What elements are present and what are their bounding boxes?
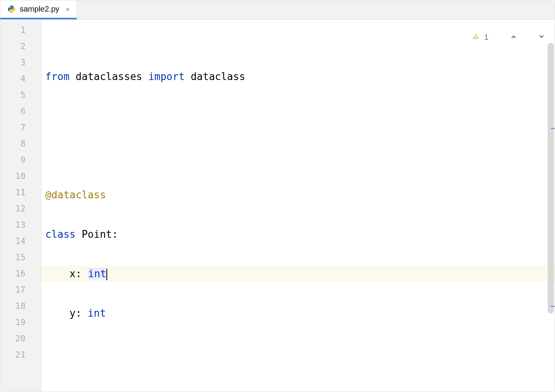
line-number: 4: [0, 71, 41, 87]
caret: [106, 269, 107, 280]
line-number: 18: [0, 298, 41, 314]
editor[interactable]: 1 2 3 4 5 6 7 8 9 10 11 12 13 14 15 16 1…: [0, 20, 555, 392]
chevron-up-icon[interactable]: [493, 24, 516, 51]
code-line[interactable]: [41, 384, 555, 392]
scrollbar-mark: [551, 128, 555, 129]
line-number: 10: [0, 168, 41, 184]
line-number: 5: [0, 87, 41, 103]
line-number: 16: [0, 266, 41, 282]
line-number: 7: [0, 119, 41, 136]
line-number: 3: [0, 55, 41, 71]
gutter: 1 2 3 4 5 6 7 8 9 10 11 12 13 14 15 16 1…: [0, 20, 41, 392]
line-number: 17: [0, 282, 41, 298]
line-number: 9: [0, 152, 41, 168]
line-number: 13: [0, 217, 41, 233]
line-number: 21: [0, 347, 41, 363]
tab-bar: sample2.py ×: [0, 0, 555, 20]
line-number: 19: [0, 314, 41, 331]
scrollbar[interactable]: [548, 43, 554, 376]
close-icon[interactable]: ×: [65, 5, 70, 13]
line-number: 6: [0, 103, 41, 119]
line-number: 1: [0, 22, 41, 38]
scrollbar-mark: [551, 306, 555, 307]
svg-rect-1: [475, 37, 476, 38]
scrollbar-thumb[interactable]: [548, 43, 554, 314]
line-number: 11: [0, 184, 41, 201]
line-number: 15: [0, 249, 41, 266]
line-number: 8: [0, 136, 41, 152]
line-number: 12: [0, 201, 41, 217]
code-line[interactable]: [41, 344, 555, 361]
code-line[interactable]: [41, 108, 555, 124]
python-file-icon: [7, 5, 16, 14]
svg-rect-0: [475, 36, 476, 37]
inspections-widget[interactable]: 1: [455, 24, 545, 51]
tab-label: sample2.py: [20, 5, 59, 14]
code-line[interactable]: from dataclasses import dataclass: [41, 68, 555, 85]
chevron-down-icon[interactable]: [521, 24, 545, 51]
warning-count: 1: [484, 33, 488, 42]
code-line[interactable]: [41, 147, 555, 164]
line-number: 2: [0, 38, 41, 55]
tab-sample2[interactable]: sample2.py ×: [0, 0, 77, 19]
line-number: 14: [0, 233, 41, 249]
warning-icon: [455, 24, 480, 51]
code-line[interactable]: @dataclass: [41, 187, 555, 203]
code-line[interactable]: class Point:: [41, 226, 555, 242]
code-line[interactable]: y: int: [41, 305, 555, 321]
line-number: 20: [0, 331, 41, 347]
code-line-current[interactable]: x: int: [41, 266, 555, 282]
code-area[interactable]: 1 from dataclasses import dataclass @dat…: [41, 20, 555, 392]
